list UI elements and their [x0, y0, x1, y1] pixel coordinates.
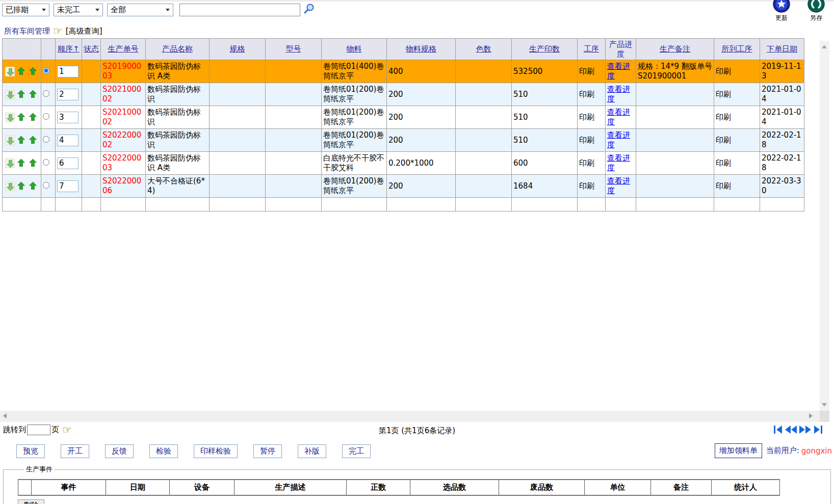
column-header-label[interactable]: 规格 — [230, 44, 245, 54]
finish-button[interactable]: 完工 — [342, 444, 371, 458]
view-progress-link[interactable]: 查看进度 — [607, 153, 630, 172]
start-work-button[interactable]: 开工 — [61, 444, 89, 458]
last-page-icon[interactable] — [813, 426, 824, 434]
schedule-filter-select[interactable]: 已排期 — [2, 4, 49, 16]
column-header-label[interactable]: 物料 — [347, 44, 362, 54]
move-top-icon[interactable] — [29, 182, 38, 191]
order-input[interactable] — [57, 157, 79, 169]
column-header-物料[interactable]: 物料 — [322, 39, 387, 60]
order-date-cell: 2021-01-04 — [760, 106, 804, 129]
column-header-label[interactable]: 状态 — [84, 44, 99, 54]
order-input[interactable] — [57, 112, 79, 123]
order-cell — [56, 83, 82, 106]
view-progress-link[interactable]: 查看进度 — [607, 62, 630, 81]
order-input[interactable] — [57, 180, 79, 192]
column-header-状态[interactable]: 状态 — [82, 39, 101, 60]
column-header-label[interactable]: 色数 — [476, 44, 491, 54]
column-header-物料规格[interactable]: 物料规格 — [387, 39, 456, 60]
column-header-工序[interactable]: 工序 — [578, 39, 606, 60]
first-page-icon[interactable] — [772, 426, 784, 434]
column-header-label[interactable]: 下单日期 — [767, 44, 797, 54]
column-header-label[interactable]: 产品名称 — [162, 44, 193, 54]
select-row-radio[interactable] — [43, 136, 49, 143]
column-header-label[interactable]: 所到工序 — [722, 44, 752, 54]
column-header-型号[interactable]: 型号 — [266, 39, 322, 60]
move-down-icon[interactable] — [6, 90, 14, 99]
pointing-hand-icon[interactable]: ☞ — [53, 27, 63, 35]
view-progress-link[interactable]: 查看进度 — [607, 130, 630, 149]
column-header-生产备注[interactable]: 生产备注 — [636, 39, 714, 60]
scroll-up-icon[interactable] — [822, 45, 827, 48]
column-header-下单日期[interactable]: 下单日期 — [760, 39, 804, 60]
column-header-色数[interactable]: 色数 — [456, 39, 512, 60]
model-cell — [266, 106, 322, 129]
column-header-label[interactable]: 生产单号 — [108, 44, 139, 54]
column-header-label[interactable]: 生产印数 — [529, 44, 560, 54]
horizontal-scrollbar[interactable] — [0, 411, 820, 422]
move-up-icon[interactable] — [17, 90, 26, 99]
save-as-button[interactable]: 另存 — [804, 0, 828, 22]
select-row-radio[interactable] — [43, 182, 49, 189]
completion-filter-select[interactable]: 未完工 — [54, 4, 103, 16]
move-top-icon[interactable] — [29, 90, 38, 99]
select-row-radio[interactable] — [43, 159, 49, 166]
events-header-row: 事件日期设备生产描述正数选品数废品数单位备注统计人 — [18, 480, 780, 495]
advanced-query-link[interactable]: [高级查询] — [66, 26, 102, 36]
view-progress-link[interactable]: 查看进度 — [607, 108, 630, 126]
view-progress-link[interactable]: 查看进度 — [607, 85, 630, 103]
order-input[interactable] — [57, 89, 79, 100]
column-header-所到工序[interactable]: 所到工序 — [714, 39, 760, 60]
column-header-label[interactable]: 工序 — [584, 44, 599, 54]
column-header-生产单号[interactable]: 生产单号 — [101, 39, 146, 60]
scroll-right-icon[interactable] — [809, 413, 813, 418]
select-row-radio[interactable] — [43, 90, 49, 97]
move-up-icon[interactable] — [17, 113, 26, 122]
column-header-产品名称[interactable]: 产品名称 — [146, 39, 210, 60]
column-header-生产印数[interactable]: 生产印数 — [512, 39, 578, 60]
select-row-radio[interactable] — [43, 67, 49, 74]
move-top-icon[interactable] — [29, 159, 38, 168]
patch-plate-button[interactable]: 补版 — [298, 444, 326, 458]
view-progress-link[interactable]: 查看进度 — [607, 176, 630, 195]
column-header-顺序↑[interactable]: 顺序↑ — [56, 39, 82, 60]
move-up-icon[interactable] — [17, 67, 26, 76]
column-header-规格[interactable]: 规格 — [210, 39, 266, 60]
column-header-label[interactable]: 物料规格 — [406, 44, 436, 54]
move-down-icon[interactable] — [6, 113, 14, 122]
move-down-icon[interactable] — [6, 182, 14, 191]
update-button[interactable]: 更新 — [770, 0, 793, 22]
vertical-scrollbar[interactable] — [820, 41, 829, 411]
move-up-icon[interactable] — [17, 182, 26, 191]
order-input[interactable] — [57, 66, 79, 77]
pause-button[interactable]: 暂停 — [253, 444, 282, 458]
row-move-cell — [3, 152, 41, 175]
inspect-button[interactable]: 检验 — [149, 444, 178, 458]
delete-button[interactable]: 删除 — [18, 499, 44, 504]
next-page-icon[interactable] — [799, 426, 811, 434]
select-row-radio[interactable] — [43, 113, 49, 120]
column-header-label[interactable]: 生产备注 — [660, 44, 690, 54]
scroll-left-icon[interactable] — [3, 413, 7, 418]
column-header-label[interactable]: 顺序↑ — [58, 44, 80, 54]
move-down-icon[interactable] — [6, 136, 14, 145]
add-material-order-button[interactable]: 增加领料单 — [715, 443, 762, 458]
preview-button[interactable]: 预览 — [16, 444, 45, 458]
move-down-icon[interactable] — [6, 67, 14, 76]
proof-inspect-button[interactable]: 印样检验 — [194, 444, 238, 458]
move-down-icon[interactable] — [6, 159, 14, 168]
scroll-down-icon[interactable] — [822, 403, 827, 407]
move-top-icon[interactable] — [29, 67, 38, 76]
prev-page-icon[interactable] — [785, 426, 797, 434]
order-input[interactable] — [57, 135, 79, 146]
feedback-button[interactable]: 反馈 — [105, 444, 134, 458]
move-top-icon[interactable] — [29, 113, 38, 122]
search-icon[interactable] — [303, 3, 315, 16]
search-input[interactable] — [179, 4, 300, 16]
move-up-icon[interactable] — [17, 159, 26, 168]
scope-filter-select[interactable]: 全部 — [107, 4, 173, 16]
empty-cell — [3, 198, 41, 211]
column-header-label[interactable]: 型号 — [286, 44, 301, 54]
order-no-cell: S202200003 — [101, 152, 146, 175]
move-up-icon[interactable] — [17, 136, 26, 145]
move-top-icon[interactable] — [29, 136, 38, 145]
